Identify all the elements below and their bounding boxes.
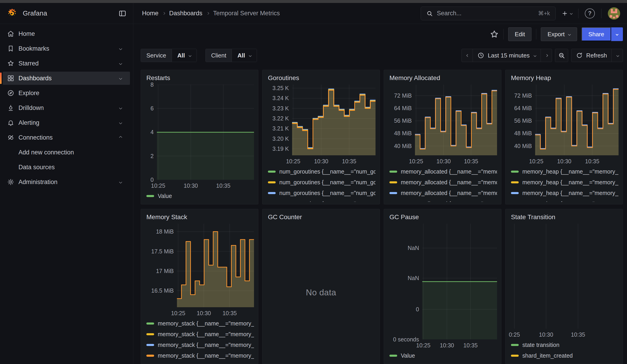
sidebar-item-connections[interactable]: Connections bbox=[3, 131, 130, 144]
legend-item[interactable]: memory_heap {__name__="memory_h bbox=[511, 177, 619, 188]
plot-region[interactable] bbox=[535, 85, 619, 155]
legend-item[interactable]: Value bbox=[389, 350, 497, 361]
panel-title[interactable]: Restarts bbox=[146, 74, 254, 82]
legend-item[interactable]: memory_stack {__name__="memory_s bbox=[146, 340, 254, 350]
legend-item[interactable]: num_goroutines {__name__="num_go bbox=[268, 177, 375, 188]
chart-area: 72 MiB64 MiB56 MiB48 MiB40 MiB bbox=[510, 85, 619, 155]
plot-region[interactable] bbox=[422, 224, 497, 339]
legend-item[interactable]: memory_allocated {__name__="memo bbox=[389, 199, 497, 202]
y-tick-label: 40 MiB bbox=[394, 143, 412, 149]
chart-area: 72 MiB64 MiB56 MiB48 MiB40 MiB bbox=[388, 85, 497, 155]
grafana-logo-icon[interactable] bbox=[7, 8, 17, 19]
sidebar-item-alerting[interactable]: Alerting bbox=[3, 116, 130, 129]
new-menu-button[interactable] bbox=[562, 10, 572, 17]
sidebar-item-dashboards[interactable]: Dashboards bbox=[3, 72, 130, 85]
favorite-star-icon[interactable] bbox=[490, 30, 499, 39]
panel-title[interactable]: Memory Heap bbox=[511, 74, 619, 82]
panel-memory-stack: Memory Stack18 MiB17.5 MiB17 MiB16.5 MiB… bbox=[141, 209, 258, 364]
time-controls: Last 15 minutes Refresh bbox=[462, 49, 623, 62]
y-axis: 86420 bbox=[145, 85, 157, 180]
sidebar-item-administration[interactable]: Administration bbox=[3, 175, 130, 189]
legend-label: num_goroutines {__name__="num_go bbox=[279, 201, 375, 202]
legend-item[interactable]: num_goroutines {__name__="num_go bbox=[268, 199, 375, 202]
edit-button[interactable]: Edit bbox=[508, 27, 532, 41]
panel-title[interactable]: GC Pause bbox=[389, 213, 497, 221]
variable-service-select[interactable]: All bbox=[172, 49, 197, 62]
sidebar-item-add-new-connection[interactable]: Add new connection bbox=[3, 146, 130, 159]
panel-title[interactable]: Goroutines bbox=[268, 74, 375, 82]
panel-title[interactable]: State Transition bbox=[511, 213, 619, 221]
share-split-button: Share bbox=[582, 27, 623, 41]
sidebar-item-bookmarks[interactable]: Bookmarks bbox=[3, 42, 130, 55]
refresh-button[interactable]: Refresh bbox=[571, 49, 612, 62]
x-axis: 0:2510:3010:35 bbox=[510, 329, 619, 339]
plot-region[interactable] bbox=[157, 85, 254, 180]
zoom-out-button[interactable] bbox=[555, 49, 568, 62]
plot-region[interactable] bbox=[292, 85, 375, 155]
y-tick-label: 16.5 MiB bbox=[151, 287, 174, 294]
legend-item[interactable]: memory_allocated {__name__="memo bbox=[389, 188, 497, 199]
chevron-down-icon bbox=[119, 121, 122, 124]
panel-state-transition: State Transition0:2510:3010:35state tran… bbox=[505, 209, 623, 364]
chevron-down-icon bbox=[533, 54, 536, 57]
clock-icon bbox=[477, 52, 484, 59]
plot-region[interactable] bbox=[177, 224, 254, 307]
time-shift-back-button[interactable] bbox=[462, 49, 473, 62]
legend-item[interactable]: memory_stack {__name__="memory_s bbox=[146, 329, 254, 340]
variable-client-select[interactable]: All bbox=[232, 49, 257, 62]
export-button[interactable]: Export bbox=[541, 27, 577, 41]
legend-item[interactable]: memory_stack {__name__="memory_s bbox=[146, 350, 254, 361]
share-dropdown-button[interactable] bbox=[611, 27, 623, 41]
main-content: Edit Export Share Service All bbox=[133, 24, 627, 364]
sidebar-nav: HomeBookmarksStarredDashboardsExploreDri… bbox=[0, 24, 133, 364]
sidebar-item-home[interactable]: Home bbox=[3, 27, 130, 40]
breadcrumb-home[interactable]: Home bbox=[142, 10, 158, 17]
legend-item[interactable]: num_goroutines {__name__="num_go bbox=[268, 188, 375, 199]
time-shift-forward-button[interactable] bbox=[541, 49, 552, 62]
x-tick-label: 10:25 bbox=[529, 158, 543, 165]
y-tick-label: NaN bbox=[408, 275, 419, 281]
panel-title[interactable]: Memory Stack bbox=[146, 213, 254, 221]
legend-item[interactable]: memory_allocated {__name__="memo bbox=[389, 177, 497, 188]
brand-title[interactable]: Grafana bbox=[23, 9, 47, 17]
y-tick-label: 72 MiB bbox=[394, 92, 412, 99]
sidebar-item-drilldown[interactable]: Drilldown bbox=[3, 101, 130, 114]
legend-item[interactable]: num_goroutines {__name__="num_go bbox=[268, 166, 375, 177]
app-header: Grafana Home Dashboards Temporal Server … bbox=[0, 3, 627, 24]
chart-area: 3.25 K3.24 K3.23 K3.22 K3.21 K3.20 K3.19… bbox=[266, 85, 375, 155]
legend-item[interactable]: memory_stack {__name__="memory_s bbox=[146, 318, 254, 329]
legend-item[interactable]: memory_heap {__name__="memory_h bbox=[511, 188, 619, 199]
y-tick-label: 3.25 K bbox=[272, 85, 289, 92]
plot-region[interactable] bbox=[415, 85, 497, 155]
plot-region[interactable] bbox=[510, 224, 619, 329]
x-tick-label: 10:35 bbox=[464, 158, 478, 165]
panel-goroutines: Goroutines3.25 K3.24 K3.23 K3.22 K3.21 K… bbox=[262, 70, 380, 204]
avatar[interactable] bbox=[608, 7, 620, 20]
legend-item[interactable]: memory_allocated {__name__="memo bbox=[389, 166, 497, 177]
dock-sidebar-toggle-icon[interactable] bbox=[119, 9, 126, 17]
panel-title[interactable]: Memory Allocated bbox=[389, 74, 497, 82]
legend-color-chip bbox=[511, 355, 519, 357]
legend-item[interactable]: memory_heap {__name__="memory_h bbox=[511, 166, 619, 177]
panel-memory-heap: Memory Heap72 MiB64 MiB56 MiB48 MiB40 Mi… bbox=[505, 70, 623, 204]
share-button[interactable]: Share bbox=[582, 27, 611, 41]
breadcrumb-dashboards[interactable]: Dashboards bbox=[169, 10, 203, 17]
legend-item[interactable]: memory_heap {__name__="memory_h bbox=[511, 199, 619, 202]
legend-item[interactable]: state transition bbox=[511, 340, 619, 350]
legend-label: num_goroutines {__name__="num_go bbox=[279, 168, 375, 175]
legend-item[interactable]: shard_item_created bbox=[511, 350, 619, 361]
chevron-left-icon bbox=[466, 54, 469, 57]
time-range-picker[interactable]: Last 15 minutes bbox=[473, 49, 541, 62]
search-input[interactable]: Search... ⌘+k bbox=[421, 7, 556, 20]
sidebar-item-explore[interactable]: Explore bbox=[3, 86, 130, 100]
dashboard-controls: Service All Client All Last 1 bbox=[133, 45, 627, 66]
legend-item[interactable]: Value bbox=[146, 191, 254, 201]
sidebar-item-starred[interactable]: Starred bbox=[3, 57, 130, 70]
panel-title[interactable]: GC Counter bbox=[268, 213, 375, 221]
sidebar-item-data-sources[interactable]: Data sources bbox=[3, 160, 130, 174]
chart-area: 18 MiB17.5 MiB17 MiB16.5 MiB bbox=[145, 224, 254, 307]
refresh-interval-button[interactable] bbox=[612, 49, 623, 62]
header-main-section: Home Dashboards Temporal Server Metrics … bbox=[133, 3, 627, 24]
help-icon[interactable]: ? bbox=[585, 8, 595, 18]
time-range-label: Last 15 minutes bbox=[488, 52, 530, 59]
